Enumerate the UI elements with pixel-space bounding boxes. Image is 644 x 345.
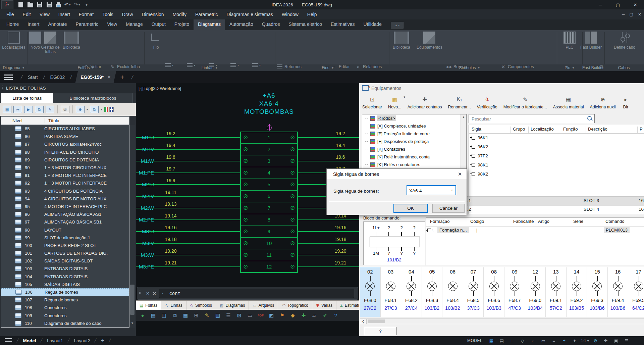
menu-file[interactable]: File [2, 9, 18, 19]
snap-icon[interactable]: ▤ [497, 337, 506, 344]
equipment-row-98k2[interactable]: 98K2 [469, 169, 644, 179]
doc-restore-icon[interactable]: ▢ [630, 12, 633, 17]
equip-toolbar-associa-material[interactable]: ▦Associa material [550, 95, 587, 110]
maximize-button[interactable]: ▢ [609, 0, 627, 9]
col-fabricante[interactable]: Fabricante [513, 219, 534, 224]
slot-row-slot-3[interactable]: .1SLOT 316 [467, 196, 644, 206]
ribbon-tab-estimativas[interactable]: Estimativas [326, 19, 359, 30]
terminal-column-02[interactable]: 02E68.027/C2 [360, 267, 381, 317]
equipment-row-96k1[interactable]: 96K1 [469, 133, 644, 142]
category-tab-arquivos[interactable]: ▭Arquivos [249, 301, 278, 310]
diamond-icon[interactable]: ◆ [289, 312, 296, 318]
help-icon[interactable]: ? [332, 312, 339, 318]
doc-tab-eg002[interactable]: EG002 [48, 75, 67, 80]
polar-tracking-icon[interactable]: ◇ [518, 337, 527, 344]
terminal-column-08[interactable]: 08E68.6103/B3 [484, 267, 504, 317]
command-history-icon[interactable]: ▾ [162, 292, 164, 295]
cross-reference-link[interactable]: 103/B4 [525, 305, 546, 311]
col-grupo[interactable]: Grupo [513, 127, 525, 132]
ribbon-tab-output[interactable]: Output [147, 19, 170, 30]
cross-reference-link[interactable]: 47/C3 [504, 305, 525, 311]
layout-tab-layout1[interactable]: Layout1 [42, 338, 68, 343]
col-descricao[interactable]: Descrição [588, 127, 607, 132]
isolate-objects-icon[interactable]: ▣ [612, 337, 621, 344]
ribbon-tab-automa-o[interactable]: Automação [225, 19, 258, 30]
menu-format[interactable]: Format [74, 9, 98, 19]
equip-toolbar-modificar-o-fabricante[interactable]: ✎Modificar o fabricante... [500, 95, 550, 110]
sheet-row-85[interactable]: 85CIRCUITOS AUXILIARES [1, 125, 129, 133]
formation-row[interactable]: ϟ Formação n… | PLCM0013 [426, 227, 644, 235]
equipment-row-96k2[interactable]: 96K2 [469, 142, 644, 151]
category-tab-estimativas[interactable]: ΣEstimativas [336, 301, 359, 310]
menu-parametric[interactable]: Parametric [191, 9, 222, 19]
drawing-canvas[interactable]: [-][Top][2D Wireframe] +A6 XA6-4 MOTOBOM… [136, 83, 359, 336]
cross-reference-link[interactable]: 37/C3 [463, 305, 484, 311]
check-icon[interactable]: ✔ [322, 312, 328, 318]
print-icon[interactable] [54, 1, 63, 8]
undo-icon[interactable]: ↶▾ [63, 1, 72, 8]
insert-sheet-icon[interactable]: ↦ [13, 106, 22, 113]
doc-tabs-menu-icon[interactable] [4, 75, 13, 80]
dynamic-ucs-icon[interactable]: ⌖ [560, 337, 569, 344]
model-space-label[interactable]: MODEL [467, 338, 482, 343]
tree-item-todos[interactable]: <Todos> [362, 114, 466, 122]
menu-help[interactable]: Help [303, 9, 321, 19]
command-close-icon[interactable]: ✕ [146, 291, 150, 296]
annotation-icon[interactable]: ✦ [570, 337, 579, 344]
doc-minimize-icon[interactable]: ─ [622, 12, 625, 17]
ok-button[interactable]: OK [393, 204, 428, 213]
col-artigo[interactable]: Artigo [538, 219, 549, 224]
language-flag-uk-icon[interactable] [109, 107, 114, 112]
col-localizacao[interactable]: Localização [531, 127, 554, 132]
panel-label-folhas[interactable]: Folhas▼ [78, 64, 94, 71]
terminal-column-12[interactable]: 12E69.0103/B4 [525, 267, 546, 317]
cross-reference-link[interactable]: 103/B3 [484, 305, 504, 311]
sheet-row-110[interactable]: 110Diagrama de detalhe do cabo [1, 319, 129, 327]
col-serie[interactable]: Série [573, 219, 583, 224]
terminal-column-05[interactable]: 05E68.3103/B2 [422, 267, 443, 317]
doc-tab-close-icon[interactable]: ✕ [107, 75, 111, 80]
customize-plus-icon[interactable]: ✚ [601, 337, 610, 344]
open-file-icon[interactable] [26, 1, 35, 8]
command-tools-icon[interactable]: ⚒ [152, 291, 156, 296]
cross-reference-link[interactable]: 103/B5 [567, 305, 587, 311]
formation-table-header[interactable]: Formação Código Fabricante Artigo Série … [426, 218, 644, 227]
save-as-icon[interactable] [45, 1, 53, 8]
category-tab-linhas[interactable]: ∿Linhas [161, 301, 186, 310]
equipment-row-97f2[interactable]: 97F2 [469, 151, 644, 160]
tree-item-k-contatores[interactable]: [K] Contatores [362, 145, 466, 153]
layout-menu-icon[interactable] [5, 338, 12, 343]
equip-toolbar-adiciona-auxil[interactable]: ⊕Adiciona auxil [587, 95, 619, 110]
print-sheet-icon[interactable]: ⎚ [61, 106, 69, 113]
menu-dimension[interactable]: Dimension [138, 9, 168, 19]
sheet-row-104[interactable]: 104ENTRADAS DIGITAIS [1, 273, 129, 281]
command-input[interactable]: ▾ _cont [159, 289, 354, 298]
biblioteca-folhas-button[interactable]: Biblioteca [59, 32, 84, 50]
new-layout-button[interactable]: + [96, 337, 109, 344]
ribbon-tab-home[interactable]: Home [2, 19, 23, 30]
sheet-row-98[interactable]: 98LAYOUT [1, 226, 129, 234]
close-button[interactable]: ✕ [627, 0, 644, 9]
equipment-table-header[interactable]: Sigla Grupo Localização Função Descrição… [469, 125, 644, 134]
folders-icon[interactable]: ▤ [150, 312, 157, 318]
redo-icon[interactable]: ↷▾ [73, 1, 82, 8]
close-box-icon[interactable]: ⊠ [236, 312, 243, 318]
strip-name-combo[interactable]: ⌄ [407, 185, 456, 195]
strip-name-input[interactable] [409, 187, 447, 195]
sheet-row-102[interactable]: 102SAÍDAS DIGITAIS-SLOT [1, 257, 129, 265]
wire-tool-icon-r1c5[interactable]: ▾ [252, 63, 261, 67]
copy-pages-icon[interactable]: ⧉ [90, 106, 99, 113]
componentes-button[interactable]: ✕Componentes [500, 62, 534, 71]
editar-fio-button[interactable]: ⌐Editar [331, 62, 350, 71]
scrollbar-down-icon[interactable]: ▼ [129, 320, 135, 326]
fio-button[interactable]: Fio [143, 32, 169, 50]
panel-label-fast-builder[interactable]: Fast Builder [582, 64, 604, 71]
qat-customize-icon[interactable]: ▾ [82, 1, 91, 8]
edit-sheet-icon[interactable]: ✎ [46, 106, 54, 113]
ribbon-display-toggle[interactable]: ▲ ▾ [391, 22, 404, 29]
hatch-icon[interactable]: ▧ [214, 312, 221, 318]
panel-label-plc[interactable]: Plc▼ [565, 64, 575, 71]
lineweight-icon[interactable]: ≡ [549, 337, 558, 344]
layout-tab-model[interactable]: Model [18, 338, 41, 343]
menu-tools[interactable]: Tools [98, 9, 118, 19]
